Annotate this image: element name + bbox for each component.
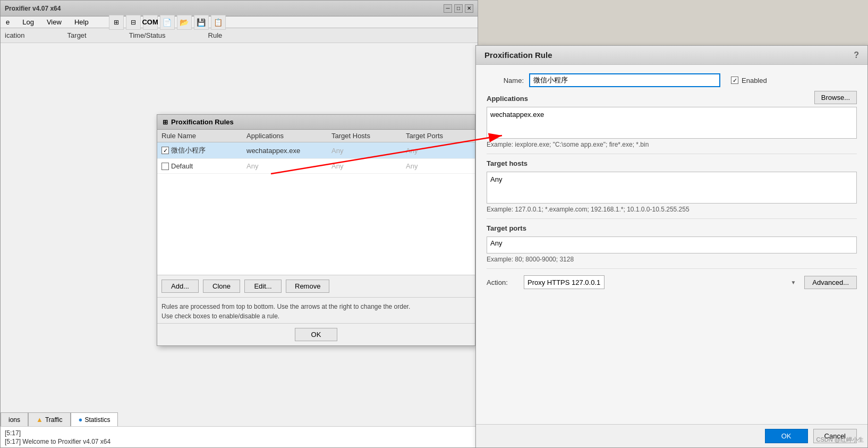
rules-dialog-title-text: Proxification Rules [171, 118, 234, 126]
target-ports-box[interactable]: Any [487, 236, 857, 253]
rules-footer: Rules are processed from top to bottom. … [157, 298, 475, 323]
title-bar: Proxifier v4.07 x64 ─ □ ✕ [1, 1, 478, 16]
name-input[interactable] [529, 73, 720, 87]
action-select[interactable]: Proxy HTTPS 127.0.0.1 [524, 275, 605, 289]
tab-traffic-label: Traffic [45, 416, 63, 424]
applications-example: Example: iexplore.exe; "C:\some app.exe"… [487, 141, 857, 148]
action-label: Action: [487, 278, 518, 286]
table-row[interactable]: 微信小程序 wechatappex.exe Any Any [157, 142, 475, 159]
row1-hosts: Any [331, 147, 406, 155]
add-button[interactable]: Add... [161, 280, 199, 293]
action-select-wrapper: Proxy HTTPS 127.0.0.1 [524, 275, 799, 289]
menu-help[interactable]: Help [71, 17, 92, 27]
col-target: Target [67, 31, 87, 39]
app-title: Proxifier v4.07 x64 [5, 5, 61, 12]
close-button[interactable]: ✕ [465, 4, 473, 13]
row2-checkbox[interactable] [161, 163, 169, 170]
edit-button[interactable]: Edit... [244, 280, 282, 293]
rules-dialog-title: ⊞ Proxification Rules [157, 115, 475, 130]
rules-table-body: 微信小程序 wechatappex.exe Any Any Default An… [157, 142, 475, 275]
target-hosts-example: Example: 127.0.0.1; *.example.com; 192.1… [487, 206, 857, 213]
tab-connections[interactable]: ions [1, 412, 28, 426]
name-field-row: Name: Enabled [487, 73, 857, 87]
col-rule: Rule [208, 31, 223, 39]
browse-button[interactable]: Browse... [814, 91, 857, 104]
toolbar-btn-clipboard[interactable]: 📋 [211, 15, 226, 30]
tab-statistics[interactable]: ● Statistics [71, 412, 118, 426]
menu-log[interactable]: Log [19, 17, 37, 27]
row2-apps: Any [246, 162, 331, 170]
rule-panel-body: Name: Enabled Applications wechatappex.e… [476, 65, 867, 298]
toolbar-btn-doc[interactable]: 📄 [160, 15, 175, 30]
target-ports-value: Any [490, 239, 502, 247]
toolbar-btn-search[interactable]: COM [143, 15, 158, 30]
panel-footer: OK Cancel [476, 424, 867, 447]
toolbar-btn-folder[interactable]: 📂 [177, 15, 192, 30]
log-line-1: [5:17] [5, 429, 474, 437]
menu-file[interactable]: e [3, 17, 13, 27]
rules-action-buttons: Add... Clone Edit... Remove [157, 275, 475, 298]
row1-name: 微信小程序 [171, 146, 206, 155]
rules-table-header: Rule Name Applications Target Hosts Targ… [157, 130, 475, 142]
row1-ports: Any [406, 147, 459, 155]
log-line-2: [5:17] Welcome to Proxifier v4.07 x64 [5, 437, 474, 446]
applications-value: wechatappex.exe [490, 111, 544, 119]
rule-panel: Proxification Rule ? Name: Enabled Appli… [475, 45, 868, 448]
action-row: Action: Proxy HTTPS 127.0.0.1 Advanced..… [487, 275, 857, 289]
col-application: ication [5, 31, 25, 39]
row2-hosts: Any [331, 162, 406, 170]
applications-box[interactable]: wechatappex.exe [487, 107, 857, 139]
target-hosts-section-title: Target hosts [487, 159, 857, 167]
tab-connections-label: ions [8, 416, 20, 424]
rules-dialog-icon: ⊞ [163, 119, 168, 126]
menu-view[interactable]: View [44, 17, 65, 27]
enabled-checkbox[interactable] [731, 77, 738, 84]
toolbar-btn-save[interactable]: 💾 [194, 15, 209, 30]
watermark: CSDN @红岬小生 [816, 436, 864, 444]
toolbar-btn-2[interactable]: ⊟ [126, 15, 141, 30]
col-time-status: Time/Status [129, 31, 166, 39]
advanced-button[interactable]: Advanced... [804, 276, 857, 289]
target-ports-example: Example: 80; 8000-9000; 3128 [487, 256, 857, 263]
rules-col-hosts: Target Hosts [331, 132, 406, 140]
rule-ok-button[interactable]: OK [765, 429, 808, 443]
rules-footer-text-2: Use check boxes to enable/disable a rule… [161, 311, 471, 321]
remove-button[interactable]: Remove [286, 280, 329, 293]
rules-ok-button[interactable]: OK [295, 328, 337, 341]
maximize-button[interactable]: □ [454, 4, 463, 13]
minimize-button[interactable]: ─ [444, 4, 452, 13]
name-label: Name: [487, 77, 524, 84]
target-hosts-box[interactable]: Any [487, 172, 857, 204]
applications-section-title: Applications [487, 95, 857, 103]
column-headers: ication Target Time/Status Rule [1, 28, 478, 43]
help-icon[interactable]: ? [854, 50, 859, 60]
toolbar-btn-1[interactable]: ⊞ [109, 15, 124, 30]
target-ports-section-title: Target ports [487, 224, 857, 232]
statistics-icon: ● [79, 416, 83, 424]
menu-bar: e Log View Help ⊞ ⊟ COM 📄 📂 💾 📋 [1, 16, 478, 28]
row2-ports: Any [406, 162, 459, 170]
row2-name-cell: Default [161, 162, 246, 170]
rules-col-apps: Applications [246, 132, 331, 140]
row1-name-cell: 微信小程序 [161, 146, 246, 155]
row2-name: Default [171, 162, 193, 170]
rules-ok-area: OK [157, 323, 475, 345]
title-bar-controls: ─ □ ✕ [444, 4, 473, 13]
clone-button[interactable]: Clone [203, 280, 240, 293]
enabled-row: Enabled [731, 77, 767, 84]
rules-col-name: Rule Name [161, 132, 246, 140]
tab-traffic[interactable]: ▲ Traffic [28, 412, 71, 426]
rules-col-ports: Target Ports [406, 132, 459, 140]
bottom-tabs: ions ▲ Traffic ● Statistics [1, 411, 160, 426]
row1-checkbox[interactable] [161, 147, 169, 154]
row1-apps: wechatappex.exe [246, 147, 331, 155]
table-row[interactable]: Default Any Any Any [157, 159, 475, 174]
rule-panel-title-text: Proxification Rule [484, 50, 552, 60]
tab-statistics-label: Statistics [84, 416, 110, 424]
rules-footer-text-1: Rules are processed from top to bottom. … [161, 302, 471, 311]
traffic-icon: ▲ [36, 416, 43, 424]
target-hosts-value: Any [490, 175, 502, 183]
log-area: [5:17] [5:17] Welcome to Proxifier v4.07… [1, 426, 479, 447]
rules-dialog: ⊞ Proxification Rules Rule Name Applicat… [157, 114, 475, 346]
rule-panel-title: Proxification Rule ? [476, 46, 867, 65]
